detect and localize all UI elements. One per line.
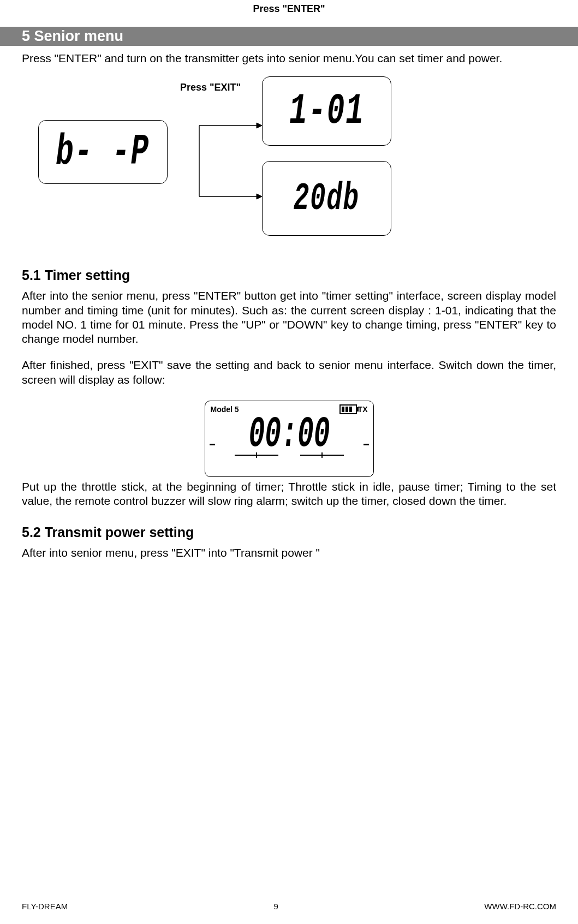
senior-menu-diagram: Press "EXIT" b- -P 1-01 20db (22, 76, 556, 251)
section-5-1-heading: 5.1 Timer setting (22, 267, 556, 283)
lcd-screen-bp: b- -P (38, 120, 168, 184)
tx-label: TX (358, 405, 368, 414)
section-5-2-heading: 5.2 Transmit power setting (22, 524, 556, 540)
lcd-value-timer: 1-01 (289, 87, 364, 136)
press-exit-label: Press "EXIT" (180, 82, 241, 93)
lcd-screen-timer-display: Model 5 TX 00:00 (205, 401, 374, 477)
lcd-screen-power: 20db (262, 161, 391, 236)
section-5-intro: Press "ENTER" and turn on the transmitte… (22, 51, 556, 65)
svg-marker-5 (257, 194, 262, 199)
lcd-value-bp: b- -P (56, 128, 150, 177)
section-5-title: 5 Senior menu (0, 27, 578, 46)
footer-page-number: 9 (274, 902, 278, 911)
footer-left: FLY-DREAM (22, 902, 68, 911)
top-caption: Press "ENTER" (22, 0, 556, 15)
right-dash-icon (364, 444, 369, 445)
lcd-screen-timer: 1-01 (262, 76, 391, 146)
lcd-value-power: 20db (294, 177, 360, 220)
footer-right: WWW.FD-RC.COM (484, 902, 556, 911)
section-5-2-p1: After into senior menu, press "EXIT" int… (22, 546, 556, 560)
section-5-1-p3: Put up the throttle stick, at the beginn… (22, 480, 556, 509)
timer-digits: 00:00 (226, 412, 351, 456)
section-5-1-p1: After into the senior menu, press "ENTER… (22, 289, 556, 346)
trim-left-icon (235, 452, 278, 458)
svg-marker-2 (257, 123, 262, 128)
left-dash-icon (210, 444, 215, 445)
arrow-to-power-icon (166, 145, 265, 210)
section-5-1-p2: After finished, press "EXIT" save the se… (22, 358, 556, 387)
trim-right-icon (300, 452, 344, 458)
